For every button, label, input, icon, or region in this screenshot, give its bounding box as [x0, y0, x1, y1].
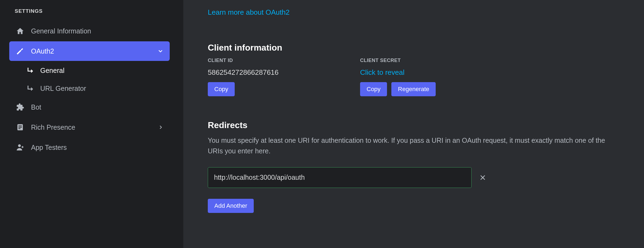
sidebar-item-rich-presence[interactable]: Rich Presence: [9, 117, 170, 137]
home-icon: [15, 26, 25, 36]
sidebar-item-app-testers[interactable]: App Testers: [9, 138, 170, 157]
client-info-grid: CLIENT ID 586254272866287616 Copy CLIENT…: [208, 58, 625, 96]
redirect-row: [208, 167, 625, 188]
sidebar-item-label: OAuth2: [31, 47, 54, 55]
sidebar-item-label: App Testers: [31, 144, 67, 151]
puzzle-icon: [15, 102, 25, 112]
sidebar-subitem-oauth2-url-generator[interactable]: URL Generator: [9, 79, 170, 97]
svg-rect-3: [18, 128, 21, 129]
sub-arrow-icon: [27, 66, 35, 75]
remove-redirect-button[interactable]: [479, 174, 486, 181]
svg-rect-1: [18, 126, 22, 126]
copy-client-secret-button[interactable]: Copy: [360, 82, 387, 96]
sidebar-subitem-label: General: [40, 67, 64, 75]
wrench-icon: [15, 46, 25, 56]
main-content: Learn more about OAuth2 Client informati…: [183, 0, 644, 248]
sub-arrow-icon: [27, 84, 35, 92]
copy-client-id-button[interactable]: Copy: [208, 82, 235, 96]
sidebar-item-label: Rich Presence: [31, 123, 75, 131]
svg-rect-2: [18, 127, 22, 128]
sidebar-item-bot[interactable]: Bot: [9, 97, 170, 117]
document-icon: [15, 122, 25, 132]
sidebar-subitem-oauth2-general[interactable]: General: [9, 61, 170, 79]
add-another-button[interactable]: Add Another: [208, 199, 254, 213]
client-id-value: 586254272866287616: [208, 68, 354, 77]
redirect-uri-input[interactable]: [208, 167, 472, 188]
client-secret-column: CLIENT SECRET Click to reveal Copy Regen…: [360, 58, 506, 96]
client-secret-reveal[interactable]: Click to reveal: [360, 68, 506, 77]
redirects-description: You must specify at least one URI for au…: [208, 135, 621, 156]
redirects-title: Redirects: [208, 120, 625, 130]
sidebar-item-label: General Information: [31, 27, 91, 35]
sidebar-item-label: Bot: [31, 103, 41, 111]
regenerate-button[interactable]: Regenerate: [391, 82, 436, 96]
person-icon: [15, 142, 25, 152]
svg-point-4: [18, 144, 21, 147]
client-info-title: Client information: [208, 43, 625, 53]
sidebar: SETTINGS General Information OAuth2 Gene…: [0, 0, 183, 248]
client-id-label: CLIENT ID: [208, 58, 354, 63]
chevron-down-icon: [157, 48, 164, 54]
close-icon: [479, 174, 486, 181]
sidebar-subitem-label: URL Generator: [40, 85, 86, 92]
client-secret-label: CLIENT SECRET: [360, 58, 506, 63]
learn-more-link[interactable]: Learn more about OAuth2: [208, 8, 290, 16]
chevron-right-icon: [158, 124, 164, 130]
sidebar-item-general-info[interactable]: General Information: [9, 21, 170, 41]
sidebar-item-oauth2[interactable]: OAuth2: [9, 41, 170, 61]
sidebar-heading: SETTINGS: [9, 8, 175, 14]
client-id-column: CLIENT ID 586254272866287616 Copy: [208, 58, 354, 96]
